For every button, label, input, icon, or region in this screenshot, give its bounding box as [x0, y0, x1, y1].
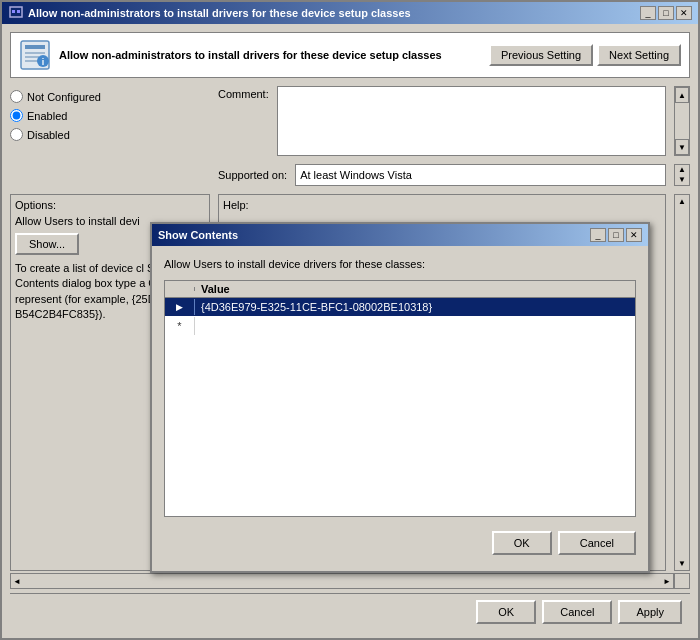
comment-textarea[interactable] — [277, 86, 666, 156]
dialog-maximize-button[interactable]: □ — [608, 228, 624, 242]
enabled-option[interactable]: Enabled — [10, 109, 210, 122]
comment-field-row: Comment: ▲ ▼ — [218, 86, 690, 156]
svg-rect-2 — [17, 10, 20, 13]
h-scroll-left[interactable]: ◄ — [11, 577, 23, 586]
supported-value-text: At least Windows Vista — [300, 169, 412, 181]
table-new-symbol: * — [165, 317, 195, 335]
dialog-title: Show Contents — [158, 229, 238, 241]
supported-value: At least Windows Vista — [295, 164, 666, 186]
show-contents-dialog: Show Contents _ □ ✕ Allow Users to insta… — [150, 222, 650, 573]
svg-text:i: i — [42, 57, 45, 67]
window-icon — [8, 5, 24, 21]
title-controls: _ □ ✕ — [640, 6, 692, 20]
dialog-title-bar: Show Contents _ □ ✕ — [152, 224, 648, 246]
ok-button[interactable]: OK — [476, 600, 536, 624]
dialog-close-button[interactable]: ✕ — [626, 228, 642, 242]
cancel-button[interactable]: Cancel — [542, 600, 612, 624]
svg-rect-4 — [25, 45, 45, 49]
disabled-radio[interactable] — [10, 128, 23, 141]
previous-setting-button[interactable]: Previous Setting — [489, 44, 593, 66]
disabled-label: Disabled — [27, 129, 70, 141]
scroll-down-arrow[interactable]: ▼ — [675, 139, 689, 155]
table-row[interactable]: ▶ {4D36E979-E325-11CE-BFC1-08002BE10318} — [165, 298, 635, 316]
supported-label: Supported on: — [218, 169, 287, 181]
dialog-description: Allow Users to install device drivers fo… — [164, 258, 636, 270]
bottom-bar: OK Cancel Apply — [10, 593, 690, 630]
table-new-row[interactable]: * — [165, 316, 635, 336]
dialog-content: Allow Users to install device drivers fo… — [152, 246, 648, 571]
scroll-up-arrow[interactable]: ▲ — [675, 87, 689, 103]
table-row-arrow: ▶ — [165, 299, 195, 315]
next-setting-button[interactable]: Next Setting — [597, 44, 681, 66]
disabled-option[interactable]: Disabled — [10, 128, 210, 141]
main-scroll-down[interactable]: ▼ — [675, 559, 689, 570]
svg-rect-6 — [25, 56, 39, 58]
supported-scrollbar[interactable]: ▲ ▼ — [674, 164, 690, 186]
svg-rect-1 — [12, 10, 15, 13]
comment-scrollbar[interactable]: ▲ ▼ — [674, 86, 690, 156]
dialog-ok-button[interactable]: OK — [492, 531, 552, 555]
dialog-cancel-button[interactable]: Cancel — [558, 531, 636, 555]
top-section: Not Configured Enabled Disabled — [10, 86, 690, 186]
table-header: Value — [165, 281, 635, 298]
dialog-controls: _ □ ✕ — [590, 228, 642, 242]
nav-buttons: Previous Setting Next Setting — [489, 44, 681, 66]
h-scrollbar-area: ◄ ► — [10, 573, 690, 589]
left-panel: Not Configured Enabled Disabled — [10, 86, 210, 186]
right-panel: Comment: ▲ ▼ Supported on: At least Wind… — [218, 86, 690, 186]
radio-group: Not Configured Enabled Disabled — [10, 90, 210, 141]
close-button[interactable]: ✕ — [676, 6, 692, 20]
title-bar-left: Allow non-administrators to install driv… — [8, 5, 411, 21]
comment-label: Comment: — [218, 86, 269, 100]
supported-scroll-up[interactable]: ▲ — [675, 165, 689, 175]
policy-title: Allow non-administrators to install driv… — [59, 49, 481, 61]
not-configured-radio[interactable] — [10, 90, 23, 103]
value-table: Value ▶ {4D36E979-E325-11CE-BFC1-08002BE… — [164, 280, 636, 517]
supported-scroll-down[interactable]: ▼ — [675, 175, 689, 185]
h-scrollbar[interactable]: ◄ ► — [10, 573, 674, 589]
maximize-button[interactable]: □ — [658, 6, 674, 20]
table-new-value[interactable] — [195, 323, 635, 329]
corner-box — [674, 573, 690, 589]
show-button[interactable]: Show... — [15, 233, 79, 255]
not-configured-option[interactable]: Not Configured — [10, 90, 210, 103]
minimize-button[interactable]: _ — [640, 6, 656, 20]
window-title: Allow non-administrators to install driv… — [28, 7, 411, 19]
dialog-bottom-bar: OK Cancel — [164, 527, 636, 559]
dialog-minimize-button[interactable]: _ — [590, 228, 606, 242]
table-value-col-header: Value — [195, 281, 635, 297]
main-scroll-up[interactable]: ▲ — [675, 195, 689, 206]
help-label: Help: — [223, 199, 661, 211]
policy-icon: i — [19, 39, 51, 71]
table-row-value[interactable]: {4D36E979-E325-11CE-BFC1-08002BE10318} — [195, 298, 635, 316]
policy-header: i Allow non-administrators to install dr… — [10, 32, 690, 78]
table-empty-area — [165, 336, 635, 516]
svg-rect-5 — [25, 52, 45, 54]
options-label: Options: — [15, 199, 205, 211]
title-bar: Allow non-administrators to install driv… — [2, 2, 698, 24]
main-window: Allow non-administrators to install driv… — [0, 0, 700, 640]
apply-button[interactable]: Apply — [618, 600, 682, 624]
table-icon-col — [165, 287, 195, 291]
enabled-radio[interactable] — [10, 109, 23, 122]
not-configured-label: Not Configured — [27, 91, 101, 103]
enabled-label: Enabled — [27, 110, 67, 122]
h-scroll-right[interactable]: ► — [661, 577, 673, 586]
main-scrollbar[interactable]: ▲ ▼ — [674, 194, 690, 571]
supported-row: Supported on: At least Windows Vista ▲ ▼ — [218, 164, 690, 186]
svg-rect-0 — [10, 7, 22, 17]
